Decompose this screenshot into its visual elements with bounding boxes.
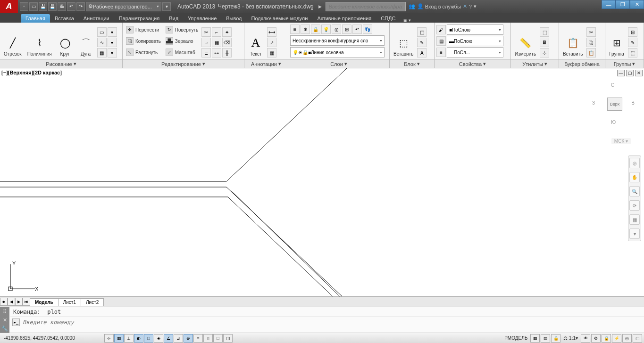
arc-button[interactable]: ⌒Дуга	[76, 34, 95, 57]
workspace-combo[interactable]: ⚙ Рабочее пространство...	[86, 2, 161, 11]
group-edit-icon[interactable]: ✎	[628, 38, 637, 47]
panel-utils-title[interactable]: Утилиты ▾	[511, 59, 559, 68]
panel-annot-title[interactable]: Аннотации ▾	[244, 59, 288, 68]
app-logo[interactable]: A	[0, 0, 18, 13]
id-point-icon[interactable]: ⊹	[540, 48, 549, 57]
layer-iso-icon[interactable]: ◎	[332, 24, 341, 34]
quickcalc-icon[interactable]: 🖩	[540, 38, 549, 47]
insert-block-button[interactable]: ⬚Вставить	[392, 34, 415, 57]
create-block-icon[interactable]: ◫	[417, 27, 427, 37]
group-sel-icon[interactable]: ⬚	[628, 48, 637, 57]
maximize-button[interactable]: ❐	[616, 0, 630, 9]
qat-dropdown-icon[interactable]: ▾	[162, 2, 171, 11]
otrack-toggle[interactable]: ∠	[164, 334, 173, 343]
qp-toggle[interactable]: □	[213, 334, 223, 343]
clean-screen-icon[interactable]: ▢	[633, 334, 642, 343]
text-button[interactable]: AТекст	[246, 34, 265, 57]
exchange-icon[interactable]: ✕	[463, 3, 467, 9]
qat-redo-icon[interactable]: ↷	[76, 2, 85, 11]
tab-annotate[interactable]: Аннотации	[79, 14, 114, 23]
break-icon[interactable]: ╫	[222, 48, 232, 57]
qat-open-icon[interactable]: ▭	[29, 2, 38, 11]
login-link[interactable]: 👤 Вход в службы	[417, 3, 461, 9]
layer-walk-icon[interactable]: 👣	[363, 24, 372, 34]
hatch-icon[interactable]: ▦	[97, 48, 107, 57]
snap-toggle[interactable]: ⊹	[104, 334, 114, 343]
match-prop-icon[interactable]: 🖌	[436, 25, 446, 34]
trim-icon[interactable]: ✂	[201, 27, 211, 37]
layer-state-combo[interactable]: Несохраненная конфигурация сло	[290, 35, 385, 46]
minimize-button[interactable]: —	[602, 0, 616, 9]
panel-groups-title[interactable]: Группы ▾	[605, 59, 644, 68]
explode-icon[interactable]: ✦	[222, 27, 232, 37]
title-play-icon[interactable]: ▶	[318, 4, 322, 9]
close-cmd-icon[interactable]: ✕	[3, 317, 7, 323]
isolate-icon[interactable]: ◎	[622, 334, 632, 343]
tab-output[interactable]: Вывод	[221, 14, 246, 23]
3dosnap-toggle[interactable]: ◈	[154, 334, 163, 343]
dropdown-icon[interactable]: ▾	[108, 48, 117, 57]
stretch-button[interactable]: ⤡Растянуть	[125, 47, 162, 57]
group-button[interactable]: ⊞Группа	[607, 34, 626, 57]
join-icon[interactable]: ⊶	[212, 48, 221, 57]
list-icon[interactable]: ≡	[436, 48, 446, 57]
layout-prev-icon[interactable]: ◀	[8, 298, 15, 306]
rect-icon[interactable]: ▭	[97, 27, 107, 37]
layer-lock-icon[interactable]: 🔒	[311, 24, 320, 34]
osnap-toggle[interactable]: □	[144, 334, 153, 343]
select-all-icon[interactable]: ⬚	[540, 27, 549, 37]
layer-off-icon[interactable]: 💡	[321, 24, 331, 34]
ws-switch-icon[interactable]: ⚙	[591, 334, 601, 343]
anno-vis-icon[interactable]: 👁	[581, 334, 590, 343]
tab-spds[interactable]: СПДС	[376, 14, 400, 23]
layer-prop-icon[interactable]: ≡	[290, 24, 300, 34]
rotate-button[interactable]: ↻Повернуть	[164, 24, 200, 35]
quickview-icon[interactable]: ▤	[541, 334, 550, 343]
coordinates[interactable]: -41690.6825, 44297.0542, 0.0000	[0, 335, 101, 341]
erase-icon[interactable]: ⌫	[222, 38, 232, 47]
move-button[interactable]: ✥Перенести	[125, 24, 162, 35]
spline-icon[interactable]: ∿	[97, 38, 107, 47]
panel-layers-title[interactable]: Слои ▾	[288, 59, 389, 68]
layout-first-icon[interactable]: ⏮	[0, 298, 8, 306]
qat-print-icon[interactable]: 🖶	[58, 2, 66, 11]
tab-parametric[interactable]: Параметризация	[114, 14, 164, 23]
tab-active-apps[interactable]: Активные приложения	[312, 14, 376, 23]
dropdown-icon[interactable]: ▾	[474, 3, 477, 9]
grid-display-icon[interactable]: ▦	[530, 334, 540, 343]
edit-block-icon[interactable]: ✎	[417, 38, 427, 47]
leader-icon[interactable]: ↗	[267, 38, 276, 47]
hardware-accel-icon[interactable]: ⚡	[612, 334, 621, 343]
polyline-button[interactable]: ⌇Полилиния	[25, 34, 54, 57]
help-icon[interactable]: ?	[469, 4, 472, 9]
color-combo[interactable]: ■ ПоСлою	[447, 24, 503, 35]
tab-plugins[interactable]: Подключаемые модули	[247, 14, 313, 23]
annoscale-icon[interactable]: 🔒	[551, 334, 560, 343]
linetype-combo[interactable]: — ПоСл...	[447, 47, 503, 57]
ducs-toggle[interactable]: ⊿	[174, 334, 183, 343]
search-input[interactable]	[326, 2, 406, 11]
layout-next-icon[interactable]: ▶	[15, 298, 23, 306]
qat-undo-icon[interactable]: ↶	[67, 2, 75, 11]
array-icon[interactable]: ▦	[212, 38, 221, 47]
ortho-toggle[interactable]: ⊥	[124, 334, 134, 343]
close-button[interactable]: ✕	[630, 0, 644, 9]
wrench-icon[interactable]: 🔧	[1, 326, 8, 332]
ungroup-icon[interactable]: ⊟	[628, 27, 637, 37]
command-input[interactable]	[23, 319, 642, 326]
attr-block-icon[interactable]: A	[417, 48, 427, 57]
extend-icon[interactable]: →	[201, 38, 211, 47]
dim-icon[interactable]: ⟷	[267, 27, 276, 37]
infocenter-icon[interactable]: 👥	[409, 3, 415, 9]
panel-edit-title[interactable]: Редактирование ▾	[123, 59, 244, 68]
model-status[interactable]: РМОДЕЛЬ	[502, 335, 529, 341]
paste-button[interactable]: 📋Вставить	[561, 34, 585, 57]
command-prompt-icon[interactable]: ▸_	[12, 318, 20, 326]
scale-button[interactable]: ⤢Масштаб	[164, 47, 200, 57]
offset-icon[interactable]: ⊏	[201, 48, 211, 57]
qat-new-icon[interactable]: ▫	[20, 2, 28, 11]
dyn-toggle[interactable]: ⊕	[184, 334, 193, 343]
layout-tab-sheet2[interactable]: Лист2	[81, 298, 104, 306]
line-button[interactable]: ╱Отрезок	[2, 34, 24, 57]
layer-match-icon[interactable]: ⊞	[342, 24, 351, 34]
